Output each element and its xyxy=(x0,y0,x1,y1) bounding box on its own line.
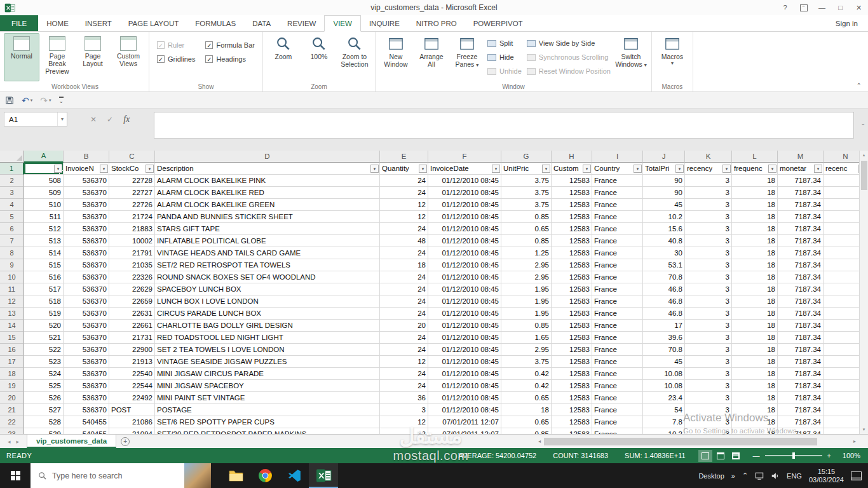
cell-A8[interactable]: 514 xyxy=(24,247,64,259)
row-header-5[interactable]: 5 xyxy=(0,211,24,223)
column-header-I[interactable]: I xyxy=(592,151,643,163)
ribbon-tab-review[interactable]: REVIEW xyxy=(279,15,324,31)
enter-button[interactable]: ✓ xyxy=(107,115,113,124)
cell-G19[interactable]: 0.42 xyxy=(501,380,552,392)
cell-A23[interactable]: 529 xyxy=(24,428,64,434)
zoom-slider-thumb[interactable] xyxy=(792,452,795,459)
cell-C7[interactable]: 10002 xyxy=(109,235,155,247)
column-header-H[interactable]: H xyxy=(552,151,592,163)
cell-G4[interactable]: 3.75 xyxy=(501,199,552,211)
cell-G22[interactable]: 0.65 xyxy=(501,416,552,428)
cell-D8[interactable]: VINTAGE HEADS AND TAILS CARD GAME xyxy=(155,247,380,259)
column-header-F[interactable]: F xyxy=(428,151,501,163)
cell-H23[interactable]: 12583 xyxy=(552,428,592,434)
cell-J7[interactable]: 40.8 xyxy=(643,235,685,247)
ribbon-tab-powerpivot[interactable]: POWERPIVOT xyxy=(465,15,531,31)
taskbar-chrome-button[interactable] xyxy=(250,463,280,488)
cell-K14[interactable]: 3 xyxy=(685,320,732,332)
header-cell-I1[interactable]: Country▾ xyxy=(592,163,643,175)
cell-H7[interactable]: 12583 xyxy=(552,235,592,247)
cell-J18[interactable]: 10.08 xyxy=(643,368,685,380)
filter-button-F[interactable]: ▾ xyxy=(492,165,500,173)
cell-M10[interactable]: 7187.34 xyxy=(778,271,824,283)
cell-D12[interactable]: LUNCH BOX I LOVE LONDON xyxy=(155,295,380,308)
cell-F6[interactable]: 01/12/2010 08:45 xyxy=(428,223,501,235)
cell-H17[interactable]: 12583 xyxy=(552,356,592,368)
ribbon-tab-page-layout[interactable]: PAGE LAYOUT xyxy=(120,15,187,31)
zoom-100-button[interactable]: 100% xyxy=(301,33,337,81)
cell-I10[interactable]: France xyxy=(592,271,643,283)
cell-I7[interactable]: France xyxy=(592,235,643,247)
cell-E9[interactable]: 18 xyxy=(380,259,428,271)
cell-C10[interactable]: 22326 xyxy=(109,271,155,283)
cell-K23[interactable]: 3 xyxy=(685,428,732,434)
cell-I9[interactable]: France xyxy=(592,259,643,271)
cell-A5[interactable]: 511 xyxy=(24,211,64,223)
row-header-13[interactable]: 13 xyxy=(0,308,24,320)
row-header-18[interactable]: 18 xyxy=(0,368,24,380)
cell-I4[interactable]: France xyxy=(592,199,643,211)
column-header-A[interactable]: A xyxy=(24,151,64,163)
start-button[interactable] xyxy=(0,463,31,488)
cell-F4[interactable]: 01/12/2010 08:45 xyxy=(428,199,501,211)
cell-B5[interactable]: 536370 xyxy=(64,211,109,223)
filter-button-E[interactable]: ▾ xyxy=(419,165,427,173)
cell-H8[interactable]: 12583 xyxy=(552,247,592,259)
cell-J15[interactable]: 39.6 xyxy=(643,332,685,344)
cell-I8[interactable]: France xyxy=(592,247,643,259)
cell-H20[interactable]: 12583 xyxy=(552,392,592,404)
cell-F7[interactable]: 01/12/2010 08:45 xyxy=(428,235,501,247)
zoom-out-button[interactable]: — xyxy=(753,452,760,459)
cell-A13[interactable]: 519 xyxy=(24,308,64,320)
ribbon-tab-formulas[interactable]: FORMULAS xyxy=(187,15,244,31)
cell-B16[interactable]: 536370 xyxy=(64,344,109,356)
vertical-scrollbar[interactable]: ▴ ▾ xyxy=(859,151,868,434)
filter-button-L[interactable]: ▾ xyxy=(768,165,776,173)
cell-I19[interactable]: France xyxy=(592,380,643,392)
cell-E21[interactable]: 3 xyxy=(380,404,428,416)
cell-B4[interactable]: 536370 xyxy=(64,199,109,211)
cell-M12[interactable]: 7187.34 xyxy=(778,295,824,308)
cell-F18[interactable]: 01/12/2010 08:45 xyxy=(428,368,501,380)
cell-D10[interactable]: ROUND SNACK BOXES SET OF4 WOODLAND xyxy=(155,271,380,283)
scroll-left-icon[interactable]: ◂ xyxy=(535,438,544,444)
cell-K10[interactable]: 3 xyxy=(685,271,732,283)
cell-A16[interactable]: 522 xyxy=(24,344,64,356)
minimize-button[interactable]: — xyxy=(813,0,831,15)
row-header-14[interactable]: 14 xyxy=(0,320,24,332)
header-cell-J1[interactable]: TotalPri▾ xyxy=(643,163,685,175)
cell-F11[interactable]: 01/12/2010 08:45 xyxy=(428,283,501,295)
cell-A12[interactable]: 518 xyxy=(24,295,64,308)
taskbar-clock[interactable]: 15:15 03/03/2024 xyxy=(809,468,844,484)
cell-M17[interactable]: 7187.34 xyxy=(778,356,824,368)
row-header-12[interactable]: 12 xyxy=(0,295,24,308)
cell-A14[interactable]: 520 xyxy=(24,320,64,332)
cell-C8[interactable]: 21791 xyxy=(109,247,155,259)
new-sheet-button[interactable]: + xyxy=(116,435,134,448)
cell-D11[interactable]: SPACEBOY LUNCH BOX xyxy=(155,283,380,295)
cell-M4[interactable]: 7187.34 xyxy=(778,199,824,211)
ribbon-tab-home[interactable]: HOME xyxy=(38,15,77,31)
cell-D7[interactable]: INFLATABLE POLITICAL GLOBE xyxy=(155,235,380,247)
column-header-M[interactable]: M xyxy=(778,151,824,163)
cell-G13[interactable]: 1.95 xyxy=(501,308,552,320)
cell-B20[interactable]: 536370 xyxy=(64,392,109,404)
cell-K21[interactable]: 3 xyxy=(685,404,732,416)
cell-F13[interactable]: 01/12/2010 08:45 xyxy=(428,308,501,320)
cell-A10[interactable]: 516 xyxy=(24,271,64,283)
cell-D14[interactable]: CHARLOTTE BAG DOLLY GIRL DESIGN xyxy=(155,320,380,332)
cell-L3[interactable]: 18 xyxy=(732,187,778,199)
cell-G7[interactable]: 0.85 xyxy=(501,235,552,247)
cell-I5[interactable]: France xyxy=(592,211,643,223)
cell-K17[interactable]: 3 xyxy=(685,356,732,368)
zoom-button[interactable]: Zoom xyxy=(266,33,301,81)
cell-M13[interactable]: 7187.34 xyxy=(778,308,824,320)
collapse-ribbon-button[interactable]: ⌃ xyxy=(857,82,862,89)
ribbon-tab-inquire[interactable]: INQUIRE xyxy=(361,15,408,31)
select-all-corner[interactable] xyxy=(0,151,24,163)
tray-overflow-button[interactable]: ⌃ xyxy=(742,471,748,480)
cell-F9[interactable]: 01/12/2010 08:45 xyxy=(428,259,501,271)
cell-J9[interactable]: 53.1 xyxy=(643,259,685,271)
speaker-icon[interactable] xyxy=(771,471,780,480)
cell-F2[interactable]: 01/12/2010 08:45 xyxy=(428,175,501,187)
